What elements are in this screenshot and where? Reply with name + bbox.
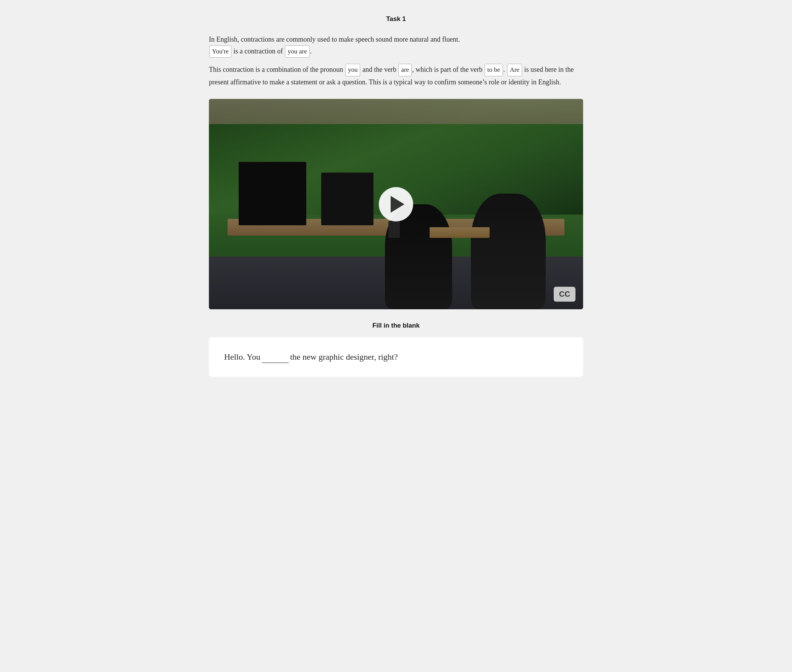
are-tag2: Are — [507, 64, 522, 76]
para2-pre: This contraction is a combination of the… — [209, 66, 345, 73]
paragraph-1: In English, contractions are commonly us… — [209, 34, 583, 58]
play-icon — [391, 196, 404, 213]
to-be-tag: to be — [485, 64, 503, 76]
page-container: Task 1 In English, contractions are comm… — [209, 15, 583, 377]
task-title: Task 1 — [209, 15, 583, 23]
video-container[interactable]: CC — [209, 99, 583, 309]
cc-badge[interactable]: CC — [554, 287, 575, 302]
fill-blank-section: Fill in the blank — [209, 321, 583, 330]
paragraph-2: This contraction is a combination of the… — [209, 64, 583, 88]
intro-section: In English, contractions are commonly us… — [209, 34, 583, 88]
are-used-text: . — [503, 66, 507, 73]
exercise-post-blank: the new graphic designer, right? — [290, 352, 398, 362]
is-contraction-text: is a contraction of — [232, 47, 284, 55]
and-verb-text: and the verb — [360, 66, 398, 73]
exercise-card: Hello. You the new graphic designer, rig… — [209, 337, 583, 377]
video-overlay — [209, 99, 583, 309]
you-are-tag: you are — [285, 45, 310, 58]
blank-input[interactable] — [262, 351, 289, 363]
exercise-pre-blank: Hello. You — [224, 352, 260, 362]
are-tag: are — [398, 64, 412, 76]
fill-blank-label: Fill in the blank — [372, 322, 420, 329]
period-1: . — [310, 47, 312, 55]
intro-text-1: In English, contractions are commonly us… — [209, 36, 460, 43]
youre-tag: You're — [209, 45, 231, 58]
you-tag: you — [345, 64, 360, 76]
which-part-text: , which is part of the verb — [412, 66, 484, 73]
play-button[interactable] — [379, 187, 413, 221]
